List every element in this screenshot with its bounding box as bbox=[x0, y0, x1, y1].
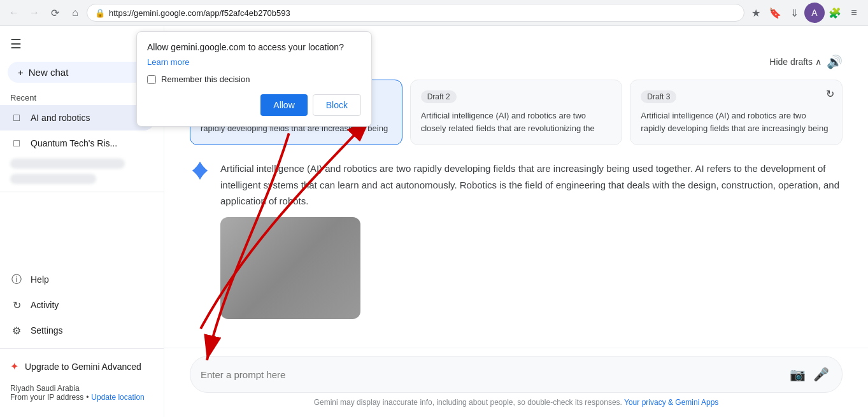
more-button[interactable]: ≡ bbox=[845, 4, 863, 22]
chat-icon-2: □ bbox=[10, 137, 23, 150]
diamond-icon: ✦ bbox=[10, 360, 18, 372]
draft-3-badge: Draft 3 bbox=[641, 90, 676, 103]
app-container: ☰ + New chat Recent □ AI and robotics □ … bbox=[0, 26, 868, 417]
popup-buttons: Allow Block bbox=[147, 94, 361, 116]
back-button[interactable]: ← bbox=[5, 4, 23, 22]
bookmark-button[interactable]: ★ bbox=[747, 4, 765, 22]
sidebar-bottom: ⓘ Help ↻ Activity ⚙ Settings ✦ Upgrade t… bbox=[0, 262, 164, 412]
location-info: Riyadh Saudi Arabia From your IP address… bbox=[0, 379, 164, 407]
browser-chrome: ← → ⟳ ⌂ 🔒 https://gemini.google.com/app/… bbox=[0, 0, 868, 26]
sidebar-item-ai-robotics[interactable]: □ AI and robotics bbox=[0, 105, 156, 131]
response-section: Artificial intelligence (AI) and robotic… bbox=[190, 160, 843, 319]
learn-more-link[interactable]: Learn more bbox=[147, 57, 361, 67]
location-from-text: From your IP address bbox=[10, 393, 83, 402]
microphone-button[interactable]: 🎤 bbox=[811, 364, 832, 385]
draft-card-3[interactable]: Draft 3 Artificial intelligence (AI) and… bbox=[630, 80, 843, 145]
upgrade-button[interactable]: ✦ Upgrade to Gemini Advanced bbox=[0, 354, 156, 379]
footer-disclaimer: Gemini may display inaccurate info, incl… bbox=[314, 398, 622, 407]
allow-button[interactable]: Allow bbox=[260, 94, 307, 116]
activity-icon: ↻ bbox=[10, 299, 23, 311]
blurred-history bbox=[0, 156, 164, 187]
draft-3-text: Artificial intelligence (AI) and robotic… bbox=[641, 110, 832, 134]
remember-label: Remember this decision bbox=[161, 74, 250, 84]
pocket-button[interactable]: 🔖 bbox=[766, 4, 784, 22]
hide-drafts-label: Hide drafts bbox=[769, 57, 813, 67]
footer-link[interactable]: Your privacy & Gemini Apps bbox=[624, 398, 718, 407]
refresh-icon[interactable]: ↻ bbox=[826, 88, 834, 100]
plus-icon: + bbox=[18, 67, 24, 78]
input-area: 📷 🎤 Gemini may display inaccurate info, … bbox=[164, 348, 868, 417]
help-label: Help bbox=[31, 274, 49, 285]
popup-title: Allow gemini.google.com to access your l… bbox=[147, 42, 361, 52]
sidebar-divider bbox=[0, 192, 164, 192]
draft-2-text: Artificial intelligence (AI) and robotic… bbox=[421, 110, 612, 134]
draft-2-badge: Draft 2 bbox=[421, 90, 457, 103]
audio-button[interactable]: 🔊 bbox=[827, 54, 843, 69]
new-chat-button[interactable]: + New chat bbox=[8, 62, 156, 83]
security-icon: 🔒 bbox=[95, 8, 105, 18]
forward-button[interactable]: → bbox=[25, 4, 43, 22]
location-links: From your IP address • Update location bbox=[10, 393, 153, 402]
sidebar-item-label: AI and robotics bbox=[31, 113, 90, 123]
upgrade-label: Upgrade to Gemini Advanced bbox=[25, 362, 141, 372]
input-actions: 📷 🎤 bbox=[787, 364, 832, 385]
refresh-button[interactable]: ⟳ bbox=[46, 4, 64, 22]
sidebar-divider-2 bbox=[0, 348, 164, 349]
response-image bbox=[220, 217, 360, 319]
response-text: Artificial intelligence (AI) and robotic… bbox=[220, 160, 843, 209]
sidebar-item-label-2: Quantum Tech's Ris... bbox=[31, 138, 117, 148]
location-city: Riyadh Saudi Arabia bbox=[10, 384, 153, 393]
home-button[interactable]: ⌂ bbox=[66, 4, 84, 22]
menu-icon[interactable]: ☰ bbox=[10, 36, 22, 52]
extensions-button[interactable]: 🧩 bbox=[826, 4, 844, 22]
remember-checkbox-row: Remember this decision bbox=[147, 74, 361, 84]
download-button[interactable]: ⇓ bbox=[785, 4, 803, 22]
browser-toolbar: ← → ⟳ ⌂ 🔒 https://gemini.google.com/app/… bbox=[0, 0, 868, 25]
new-chat-label: New chat bbox=[29, 67, 69, 78]
sidebar-item-help[interactable]: ⓘ Help bbox=[0, 267, 156, 292]
block-button[interactable]: Block bbox=[313, 94, 361, 116]
sidebar-item-settings[interactable]: ⚙ Settings bbox=[0, 318, 156, 343]
permission-popup: Allow gemini.google.com to access your l… bbox=[136, 31, 372, 127]
footer-text: Gemini may display inaccurate info, incl… bbox=[190, 398, 843, 409]
browser-actions: ★ 🔖 ⇓ A 🧩 ≡ bbox=[747, 3, 863, 23]
hide-drafts-button[interactable]: Hide drafts ∧ bbox=[769, 57, 822, 67]
remember-checkbox[interactable] bbox=[147, 75, 156, 84]
blurred-bar-2 bbox=[10, 174, 96, 184]
prompt-input[interactable] bbox=[201, 369, 782, 380]
blurred-bar-1 bbox=[10, 159, 125, 169]
help-icon: ⓘ bbox=[10, 273, 23, 286]
input-box: 📷 🎤 bbox=[190, 356, 843, 393]
sidebar-item-quantum[interactable]: □ Quantum Tech's Ris... bbox=[0, 131, 156, 156]
image-input-button[interactable]: 📷 bbox=[787, 364, 808, 385]
url-text: https://gemini.google.com/app/f52afc4eb2… bbox=[109, 8, 736, 18]
settings-icon: ⚙ bbox=[10, 324, 23, 337]
user-avatar[interactable]: A bbox=[804, 3, 825, 23]
draft-card-2[interactable]: Draft 2 Artificial intelligence (AI) and… bbox=[410, 80, 623, 145]
settings-label: Settings bbox=[31, 325, 63, 336]
location-separator: • bbox=[86, 393, 89, 402]
chat-icon: □ bbox=[10, 111, 23, 124]
update-location-link[interactable]: Update location bbox=[91, 393, 144, 402]
gemini-icon bbox=[190, 160, 210, 181]
chevron-up-icon: ∧ bbox=[815, 57, 822, 67]
address-bar[interactable]: 🔒 https://gemini.google.com/app/f52afc4e… bbox=[87, 4, 744, 22]
activity-label: Activity bbox=[31, 300, 59, 310]
sidebar-item-activity[interactable]: ↻ Activity bbox=[0, 292, 156, 318]
